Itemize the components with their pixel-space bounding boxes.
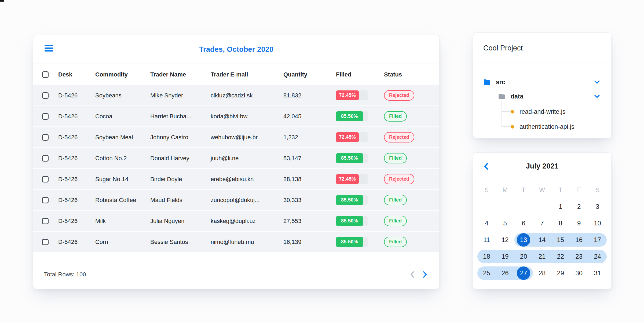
table-row[interactable]: D-5426CornBessie Santosnimo@funeb.mu16,1… [33,232,439,253]
cell-trader-email: erebe@ebisu.kn [211,176,283,183]
calendar-day[interactable]: 18 [477,250,496,263]
cell-filled: 85.50% [336,111,384,121]
folder-icon [483,79,491,85]
calendar-day[interactable]: 12 [496,233,514,247]
status-badge: Rejected [384,132,414,142]
row-checkbox[interactable] [42,176,49,182]
calendar-day[interactable]: 8 [551,217,570,230]
table-row[interactable]: D-5426Soybean MealJohnny Castrowehubow@i… [33,127,439,148]
checkbox-cell [42,218,58,224]
tree-item-data[interactable]: data [498,90,523,102]
calendar-day[interactable]: 16 [570,233,588,247]
total-rows-label: Total Rows: 100 [44,271,86,278]
calendar-day[interactable]: 27 [514,266,533,280]
calendar-day[interactable]: 2 [570,200,588,213]
cell-desk: D-5426 [58,239,95,246]
calendar-day[interactable]: 28 [533,266,551,280]
cell-trader-name: Maud Fields [150,197,211,204]
calendar-month-title: July 2021 [473,153,611,180]
calendar-day[interactable]: 24 [588,250,607,263]
tree-item-file[interactable]: read-and-write.js [511,106,565,118]
next-page-icon[interactable] [423,271,427,278]
status-badge: Filled [384,237,407,247]
chevron-down-icon[interactable] [593,94,601,99]
calendar-day[interactable]: 30 [570,266,588,280]
cell-commodity: Cocoa [95,113,150,120]
tree-connector [487,96,497,96]
calendar-day[interactable]: 22 [551,250,570,263]
checkbox-cell [42,155,58,162]
cell-quantity: 28,138 [283,176,336,183]
calendar-day[interactable]: 23 [570,250,588,263]
cell-commodity: Soybeans [95,92,150,99]
table-row[interactable]: D-5426CocoaHarriet Bucha...koda@bivi.bw4… [33,106,439,127]
status-badge: Filled [384,153,407,163]
cell-status: Rejected [384,174,439,184]
table-row[interactable]: D-5426MilkJulia Nguyenkaskeg@dupli.uz27,… [33,211,439,232]
table-row[interactable]: D-5426SoybeansMike Snydercikiuz@cadzi.sk… [33,85,439,106]
calendar-day[interactable]: 15 [551,233,570,247]
table-row[interactable]: D-5426Robusta CoffeeMaud Fieldszuncopof@… [33,190,439,211]
checkbox-cell [42,176,58,182]
cell-desk: D-5426 [58,134,95,141]
calendar-week-row: 18192021222324 [477,248,607,265]
calendar-day[interactable]: 5 [496,217,514,230]
select-all-checkbox[interactable] [42,71,49,78]
cell-trader-name: Mike Snyder [150,92,211,99]
row-checkbox[interactable] [42,134,49,141]
calendar-day[interactable]: 14 [533,233,551,247]
filled-progress-track: 72.45% [336,90,368,100]
cell-filled: 85.50% [336,195,384,205]
calendar-day[interactable]: 20 [514,250,533,263]
cell-desk: D-5426 [58,176,95,183]
weekday-label: T [514,186,533,194]
table-row[interactable]: D-5426Sugar No.14Birdie Doyleerebe@ebisu… [33,169,439,190]
calendar-day[interactable]: 29 [551,266,570,280]
row-checkbox[interactable] [42,113,49,120]
calendar-day[interactable]: 7 [533,217,551,230]
calendar-day[interactable]: 19 [496,250,514,263]
file-tree: src data read-and-write.js authenticatio… [473,64,611,138]
filled-progress-fill: 85.50% [336,216,363,226]
tree-item-file[interactable]: authentication-api.js [511,121,575,133]
calendar-day[interactable]: 9 [570,217,588,230]
checkbox-cell [42,197,58,203]
calendar-day[interactable]: 25 [477,266,496,280]
filled-progress-fill: 72.45% [336,174,359,184]
calendar-day[interactable]: 1 [551,200,570,213]
folder-icon [498,93,505,99]
row-checkbox[interactable] [42,239,49,245]
calendar-day[interactable]: 26 [496,266,514,280]
cell-status: Filled [384,237,439,247]
column-header-filled: Filled [336,71,384,78]
row-checkbox[interactable] [42,197,49,203]
prev-page-icon[interactable] [410,271,415,278]
calendar-day[interactable]: 3 [588,200,607,213]
calendar-day[interactable]: 31 [588,266,607,280]
weekday-label: T [551,186,570,194]
tree-item-src[interactable]: src [483,76,505,88]
table-column-header-row: Desk Commodity Trader Name Trader E-mail… [33,64,439,85]
filled-progress-track: 85.50% [336,111,368,121]
checkbox-cell [42,92,58,99]
calendar-day[interactable]: 17 [588,233,607,247]
filled-progress-track: 72.45% [336,174,368,184]
row-checkbox[interactable] [42,92,49,99]
row-checkbox[interactable] [42,218,49,224]
tree-connector [502,111,511,112]
file-dot-icon [511,110,514,114]
chevron-down-icon[interactable] [593,79,601,85]
calendar-day[interactable]: 21 [533,250,551,263]
cell-trader-email: koda@bivi.bw [211,113,283,120]
calendar-day[interactable]: 10 [588,217,607,230]
calendar-day[interactable]: 11 [477,233,496,247]
table-row[interactable]: D-5426Cotton No.2Donald Harveyjuuh@li.ne… [33,148,439,169]
row-checkbox[interactable] [42,155,49,162]
calendar-day[interactable]: 6 [514,217,533,230]
calendar-day[interactable]: 13 [514,233,533,247]
calendar-empty-cell [496,200,514,213]
cell-status: Filled [384,195,439,205]
column-header-quantity: Quantity [283,71,336,78]
calendar-day[interactable]: 4 [477,217,496,230]
cell-status: Filled [384,111,439,122]
